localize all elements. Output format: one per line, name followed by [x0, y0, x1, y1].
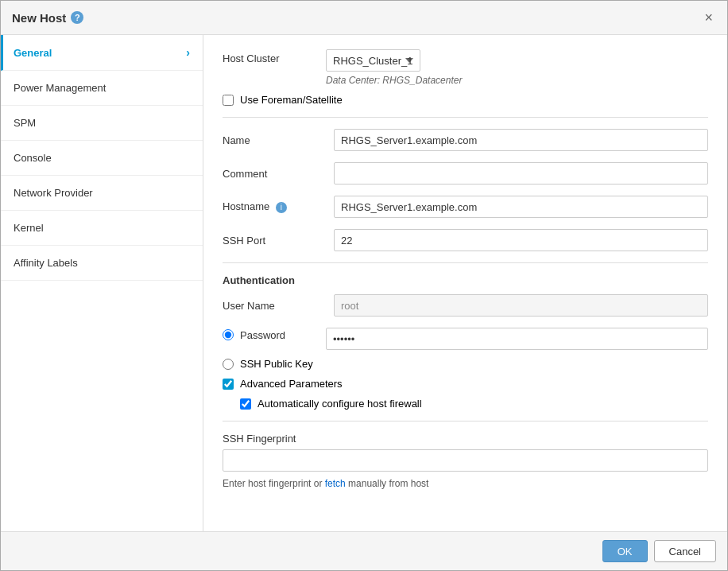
- ssh-fingerprint-input[interactable]: [223, 449, 708, 472]
- auto-configure-checkbox[interactable]: [240, 398, 251, 410]
- comment-label: Comment: [223, 168, 326, 180]
- host-cluster-label: Host Cluster: [223, 49, 326, 64]
- sidebar-item-affinity-labels[interactable]: Affinity Labels: [1, 246, 203, 281]
- use-foreman-checkbox[interactable]: [223, 95, 234, 106]
- name-label: Name: [223, 134, 326, 146]
- ssh-public-key-radio[interactable]: [223, 359, 234, 370]
- advanced-parameters-checkbox[interactable]: [223, 379, 234, 390]
- name-row: Name: [223, 129, 708, 151]
- host-cluster-row: Host Cluster RHGS_Cluster_1 Data Center:…: [223, 49, 708, 86]
- dialog-header: New Host ? ×: [1, 1, 727, 35]
- auto-configure-label[interactable]: Automatically configure host firewall: [258, 398, 422, 410]
- sidebar-item-kernel[interactable]: Kernel: [1, 211, 203, 246]
- host-cluster-select[interactable]: RHGS_Cluster_1: [326, 49, 420, 72]
- ssh-fingerprint-label: SSH Fingerprint: [223, 433, 326, 445]
- hostname-info-icon[interactable]: i: [276, 202, 287, 213]
- name-input[interactable]: [334, 129, 708, 151]
- comment-input[interactable]: [334, 162, 708, 185]
- user-name-label: User Name: [223, 300, 326, 312]
- ssh-public-key-row: SSH Public Key: [223, 358, 708, 370]
- password-radio[interactable]: [223, 329, 234, 340]
- new-host-dialog: New Host ? × General › Power Management …: [0, 0, 728, 571]
- dialog-footer: OK Cancel: [1, 531, 727, 570]
- ssh-port-row: SSH Port: [223, 229, 708, 251]
- divider-3: [223, 421, 708, 421]
- use-foreman-row: Use Foreman/Satellite: [223, 94, 708, 106]
- sidebar-label-console: Console: [14, 152, 52, 164]
- divider-1: [223, 117, 708, 118]
- sidebar: General › Power Management SPM Console N…: [1, 35, 203, 531]
- cluster-right: RHGS_Cluster_1 Data Center: RHGS_Datacen…: [326, 49, 708, 86]
- dialog-title: New Host ?: [12, 11, 83, 25]
- help-icon[interactable]: ?: [71, 11, 83, 24]
- password-input[interactable]: [326, 328, 708, 350]
- ok-button[interactable]: OK: [602, 540, 648, 562]
- user-name-input[interactable]: [334, 294, 708, 317]
- sidebar-item-network-provider[interactable]: Network Provider: [1, 176, 203, 211]
- use-foreman-label[interactable]: Use Foreman/Satellite: [240, 94, 343, 106]
- hostname-label: Hostname i: [223, 200, 326, 213]
- auto-configure-row: Automatically configure host firewall: [240, 398, 708, 410]
- password-row: Password: [223, 328, 708, 350]
- title-text: New Host: [12, 11, 66, 25]
- sidebar-label-kernel: Kernel: [14, 222, 44, 234]
- user-name-row: User Name: [223, 294, 708, 317]
- cancel-button[interactable]: Cancel: [654, 540, 716, 562]
- hostname-row: Hostname i: [223, 196, 708, 218]
- sidebar-label-general: General: [14, 47, 52, 59]
- sidebar-label-affinity-labels: Affinity Labels: [14, 257, 78, 269]
- ssh-public-key-label[interactable]: SSH Public Key: [240, 358, 313, 370]
- fetch-link[interactable]: fetch: [325, 478, 346, 489]
- authentication-heading: Authentication: [223, 274, 708, 286]
- fingerprint-help-after: manually from host: [346, 478, 429, 489]
- chevron-right-icon: ›: [186, 46, 190, 59]
- fingerprint-help-before: Enter host fingerprint or: [223, 478, 325, 489]
- sidebar-item-power-management[interactable]: Power Management: [1, 71, 203, 106]
- fingerprint-help: Enter host fingerprint or fetch manually…: [223, 478, 708, 489]
- ssh-port-input[interactable]: [334, 229, 708, 251]
- comment-row: Comment: [223, 162, 708, 185]
- sidebar-item-spm[interactable]: SPM: [1, 106, 203, 141]
- sidebar-item-console[interactable]: Console: [1, 141, 203, 176]
- sidebar-label-power-management: Power Management: [14, 82, 106, 94]
- ssh-fingerprint-section: SSH Fingerprint Enter host fingerprint o…: [223, 433, 708, 489]
- sidebar-label-network-provider: Network Provider: [14, 187, 93, 199]
- password-radio-label: Password: [223, 329, 326, 349]
- sidebar-item-general[interactable]: General ›: [1, 35, 203, 71]
- main-content: Host Cluster RHGS_Cluster_1 Data Center:…: [203, 35, 727, 531]
- hostname-input[interactable]: [334, 196, 708, 218]
- dialog-body: General › Power Management SPM Console N…: [1, 35, 727, 531]
- data-center-info: Data Center: RHGS_Datacenter: [326, 75, 708, 86]
- divider-2: [223, 262, 708, 263]
- advanced-parameters-label[interactable]: Advanced Parameters: [240, 378, 343, 390]
- close-button[interactable]: ×: [701, 9, 716, 26]
- sidebar-label-spm: SPM: [14, 117, 36, 129]
- password-label[interactable]: Password: [240, 329, 285, 341]
- ssh-port-label: SSH Port: [223, 235, 326, 247]
- advanced-parameters-row: Advanced Parameters: [223, 378, 708, 390]
